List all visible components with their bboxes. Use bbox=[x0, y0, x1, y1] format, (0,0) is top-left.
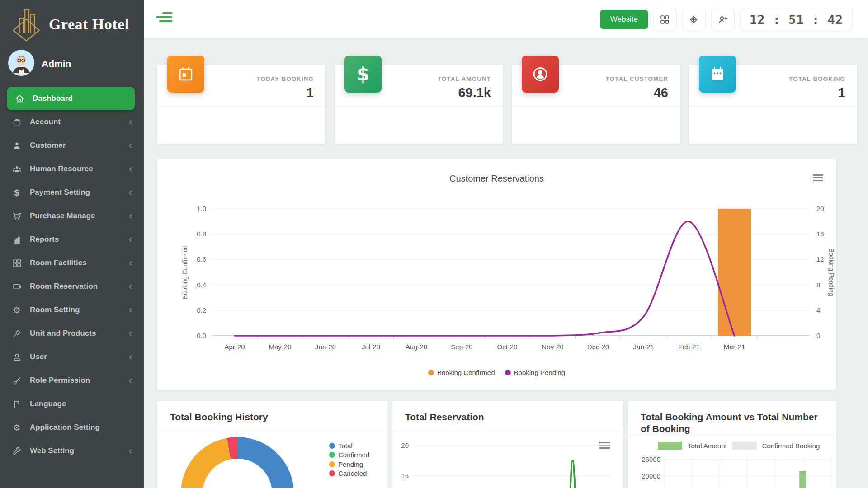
stat-label: TOTAL CUSTOMER bbox=[606, 75, 668, 82]
topbar: Website 12 : 51 : 42 bbox=[144, 0, 868, 38]
bar-booking-confirmed bbox=[718, 209, 751, 336]
right-axis-title: Booking Pending bbox=[828, 249, 835, 296]
chevron-icon: ‹ bbox=[129, 282, 132, 291]
gear-icon: ⚙ bbox=[11, 305, 23, 315]
sidebar: Great Hotel Admin Dashboard Account ‹ bbox=[0, 0, 144, 488]
x-tick-label: Mar-21 bbox=[724, 343, 745, 351]
right-tick-label: 0 bbox=[816, 332, 820, 339]
apps-grid-icon[interactable] bbox=[653, 8, 677, 31]
person-circle-icon bbox=[522, 56, 559, 93]
x-tick-label: Dec-20 bbox=[587, 343, 609, 351]
stat-card-total-customer[interactable]: TOTAL CUSTOMER 46 bbox=[512, 65, 680, 144]
menu-toggle-icon[interactable] bbox=[156, 12, 174, 27]
sidebar-item-customer[interactable]: Customer ‹ bbox=[0, 134, 144, 157]
brand: Great Hotel bbox=[0, 0, 144, 46]
sidebar-item-unit-and-products[interactable]: Unit and Products ‹ bbox=[0, 322, 144, 345]
sidebar-item-purchase-manage[interactable]: Purchase Manage ‹ bbox=[0, 204, 144, 228]
sidebar-item-web-setting[interactable]: Web Setting ‹ bbox=[0, 439, 144, 463]
total-reservation-chart: 2016 bbox=[392, 432, 623, 488]
stat-card-total-booking[interactable]: TOTAL BOOKING 1 bbox=[689, 65, 857, 144]
x-tick-label: Apr-20 bbox=[224, 343, 245, 351]
legend-dot bbox=[505, 370, 511, 375]
sidebar-item-human-resource[interactable]: Human Resource ‹ bbox=[0, 157, 144, 181]
divider bbox=[335, 106, 503, 107]
left-tick-label: 0.4 bbox=[197, 281, 206, 289]
card-title: Total Reservation bbox=[405, 411, 484, 423]
legend-item[interactable]: Booking Pending bbox=[505, 369, 565, 376]
chevron-icon: ‹ bbox=[129, 235, 132, 244]
sidebar-item-label: Reports bbox=[30, 235, 59, 244]
chevron-icon: ‹ bbox=[129, 352, 132, 362]
right-tick-label: 12 bbox=[816, 255, 824, 263]
x-tick-label: Aug-20 bbox=[406, 343, 427, 351]
sidebar-item-room-reservation[interactable]: Room Reservation ‹ bbox=[0, 275, 144, 298]
bar-chart-icon bbox=[11, 235, 23, 244]
digital-clock: 12 : 51 : 42 bbox=[740, 8, 853, 31]
key-icon bbox=[11, 376, 23, 385]
add-user-icon[interactable] bbox=[711, 8, 735, 31]
legend-dot bbox=[329, 470, 335, 476]
x-tick-label: Nov-20 bbox=[542, 343, 563, 351]
gear-icon: ⚙ bbox=[11, 423, 23, 432]
chart-menu-icon[interactable] bbox=[813, 174, 823, 183]
legend-item[interactable]: Booking Confirmed bbox=[428, 369, 495, 376]
sidebar-item-label: Human Resource bbox=[30, 164, 93, 174]
sidebar-item-user[interactable]: User ‹ bbox=[0, 345, 144, 369]
legend-item[interactable]: Confirmed bbox=[329, 450, 369, 460]
sidebar-item-reports[interactable]: Reports ‹ bbox=[0, 228, 144, 251]
sidebar-item-application-setting[interactable]: ⚙ Application Setting bbox=[0, 416, 144, 439]
sidebar-item-room-facilities[interactable]: Room Facilities ‹ bbox=[0, 251, 144, 275]
chevron-icon: ‹ bbox=[129, 211, 132, 221]
y-tick-label: 25000 bbox=[642, 455, 660, 463]
pin-icon bbox=[11, 329, 23, 338]
compass-diamond-icon[interactable] bbox=[682, 8, 706, 31]
dollar-icon: $ bbox=[11, 188, 23, 197]
website-button[interactable]: Website bbox=[600, 10, 648, 29]
sidebar-item-label: Customer bbox=[30, 141, 66, 150]
stat-value: 1 bbox=[307, 85, 314, 100]
sidebar-item-dashboard[interactable]: Dashboard bbox=[7, 87, 135, 110]
x-tick-label: Jun-20 bbox=[315, 343, 336, 351]
home-icon bbox=[14, 94, 25, 103]
chevron-icon: ‹ bbox=[129, 375, 132, 385]
card-title: Total Booking History bbox=[170, 411, 268, 423]
dollar-icon: $ bbox=[344, 56, 382, 93]
chevron-icon: ‹ bbox=[129, 141, 132, 150]
divider bbox=[512, 106, 680, 107]
stat-card-total-amount[interactable]: $ TOTAL AMOUNT 69.1k bbox=[335, 65, 503, 144]
donut-legend: TotalConfirmedPendingCanceled bbox=[329, 441, 369, 478]
stat-card-today-booking[interactable]: TODAY BOOKING 1 bbox=[157, 65, 326, 144]
sidebar-item-role-permission[interactable]: Role Permission ‹ bbox=[0, 369, 144, 392]
sidebar-item-label: Dashboard bbox=[33, 94, 73, 103]
sidebar-item-label: Role Permission bbox=[30, 376, 90, 385]
booking-history-donut-chart bbox=[181, 437, 294, 488]
sidebar-item-label: Web Setting bbox=[30, 446, 74, 455]
legend-item[interactable]: Canceled bbox=[329, 469, 369, 479]
sidebar-item-label: Language bbox=[30, 399, 66, 408]
line-total-reservation bbox=[545, 461, 595, 488]
line-booking-pending bbox=[235, 221, 735, 336]
people-icon bbox=[11, 164, 23, 174]
amount-vs-booking-card: Total Booking Amount vs Total Number of … bbox=[628, 401, 836, 488]
sidebar-item-label: User bbox=[30, 352, 47, 361]
x-tick-label: Jul-20 bbox=[362, 343, 380, 351]
calendar-dots-icon bbox=[699, 56, 736, 93]
sidebar-item-account[interactable]: Account ‹ bbox=[0, 110, 144, 134]
legend-item[interactable]: Total bbox=[329, 441, 369, 450]
stat-label: TOTAL AMOUNT bbox=[438, 75, 491, 82]
user-row[interactable]: Admin bbox=[0, 46, 144, 82]
total-booking-history-card: Total Booking History TotalConfirmedPend… bbox=[157, 401, 388, 488]
tablet-icon bbox=[11, 282, 23, 291]
legend-item[interactable]: Pending bbox=[329, 460, 369, 469]
chevron-icon: ‹ bbox=[129, 117, 132, 127]
grid-icon bbox=[11, 258, 23, 268]
brand-name: Great Hotel bbox=[49, 16, 129, 33]
sidebar-item-language[interactable]: Language bbox=[0, 392, 144, 416]
person-icon bbox=[11, 141, 23, 150]
sidebar-item-payment-setting[interactable]: $ Payment Setting ‹ bbox=[0, 181, 144, 204]
stat-value: 46 bbox=[654, 85, 668, 100]
sidebar-item-label: Room Facilities bbox=[30, 258, 87, 267]
legend-dot bbox=[329, 452, 335, 458]
stat-label: TODAY BOOKING bbox=[256, 75, 314, 82]
sidebar-item-room-setting[interactable]: ⚙ Room Setting ‹ bbox=[0, 298, 144, 322]
